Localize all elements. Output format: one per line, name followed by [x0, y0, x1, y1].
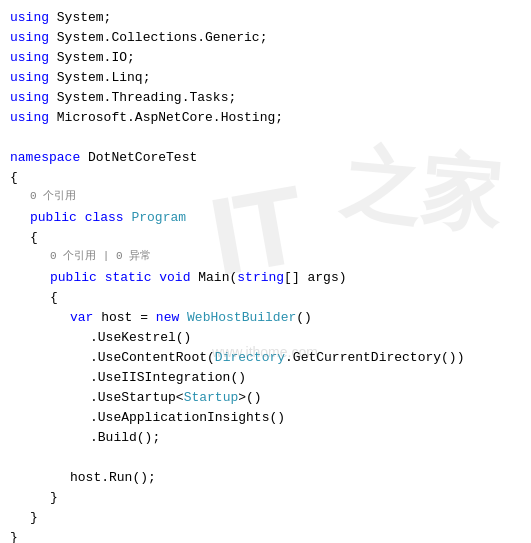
- code-line: public class Program: [10, 208, 521, 228]
- code-line: {: [10, 228, 521, 248]
- keyword: string: [237, 268, 284, 288]
- keyword: class: [85, 208, 124, 228]
- code-line: .UseApplicationInsights(): [10, 408, 521, 428]
- code-line: using System;: [10, 8, 521, 28]
- code-line: .Build();: [10, 428, 521, 448]
- ref-hint: 0 个引用: [10, 188, 521, 208]
- keyword: using: [10, 108, 49, 128]
- keyword: using: [10, 68, 49, 88]
- keyword: using: [10, 88, 49, 108]
- keyword: void: [159, 268, 190, 288]
- code-line: host.Run();: [10, 468, 521, 488]
- code-line: .UseKestrel(): [10, 328, 521, 348]
- code-editor: using System; using System.Collections.G…: [0, 0, 531, 543]
- code-line: using System.Threading.Tasks;: [10, 88, 521, 108]
- code-line: {: [10, 168, 521, 188]
- keyword: using: [10, 28, 49, 48]
- class-name: Directory: [215, 348, 285, 368]
- code-line: .UseIISIntegration(): [10, 368, 521, 388]
- code-line: .UseStartup<Startup>(): [10, 388, 521, 408]
- code-line: .UseContentRoot(Directory.GetCurrentDire…: [10, 348, 521, 368]
- code-line: }: [10, 488, 521, 508]
- class-name: WebHostBuilder: [187, 308, 296, 328]
- ref-count: 0 个引用: [30, 188, 76, 205]
- keyword: using: [10, 48, 49, 68]
- empty-line: [10, 128, 521, 148]
- keyword: static: [105, 268, 152, 288]
- keyword: public: [50, 268, 97, 288]
- code-line: var host = new WebHostBuilder(): [10, 308, 521, 328]
- code-line: }: [10, 528, 521, 543]
- code-line: using System.IO;: [10, 48, 521, 68]
- code-line: using Microsoft.AspNetCore.Hosting;: [10, 108, 521, 128]
- keyword: var: [70, 308, 93, 328]
- code-line: namespace DotNetCoreTest: [10, 148, 521, 168]
- ref-hint-method: 0 个引用 | 0 异常: [10, 248, 521, 268]
- class-name: Program: [131, 208, 186, 228]
- ref-count-method: 0 个引用 | 0 异常: [50, 248, 151, 265]
- keyword: public: [30, 208, 77, 228]
- code-line: public static void Main(string[] args): [10, 268, 521, 288]
- keyword: namespace: [10, 148, 80, 168]
- keyword: using: [10, 8, 49, 28]
- empty-line: [10, 448, 521, 468]
- code-line: using System.Collections.Generic;: [10, 28, 521, 48]
- keyword: new: [156, 308, 179, 328]
- code-line: {: [10, 288, 521, 308]
- code-line: }: [10, 508, 521, 528]
- code-line: using System.Linq;: [10, 68, 521, 88]
- class-name: Startup: [184, 388, 239, 408]
